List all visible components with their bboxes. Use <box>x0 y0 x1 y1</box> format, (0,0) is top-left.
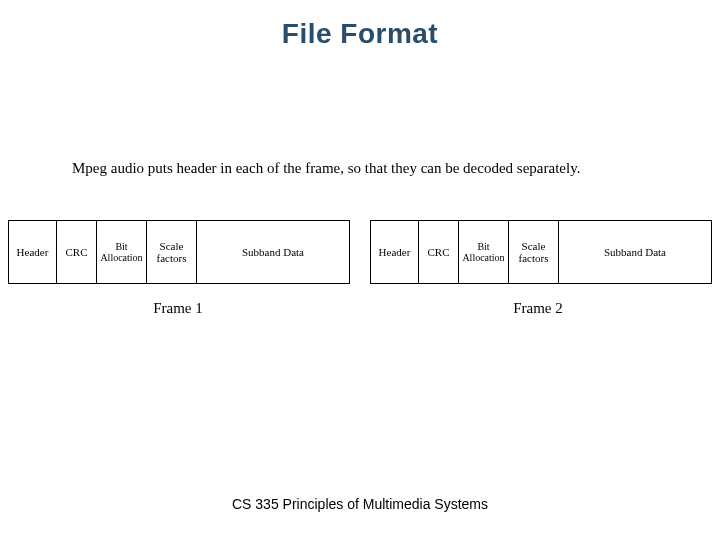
frame-1: Header CRC Bit Allocation Scale factors … <box>8 220 350 284</box>
slide: File Format Mpeg audio puts header in ea… <box>0 0 720 540</box>
frame1-header-cell: Header <box>9 221 57 283</box>
frame2-subband-data-cell: Subband Data <box>559 221 711 283</box>
footer-text: CS 335 Principles of Multimedia Systems <box>0 496 720 512</box>
frame-labels-row: Frame 1 Frame 2 <box>8 300 708 317</box>
frame-2: Header CRC Bit Allocation Scale factors … <box>370 220 712 284</box>
frames-row: Header CRC Bit Allocation Scale factors … <box>8 220 712 284</box>
frame2-bit-allocation-cell: Bit Allocation <box>459 221 509 283</box>
label-gap <box>348 300 368 317</box>
frame-1-label: Frame 1 <box>8 300 348 317</box>
frame-2-label: Frame 2 <box>368 300 708 317</box>
frame2-scale-factors-cell: Scale factors <box>509 221 559 283</box>
frame1-crc-cell: CRC <box>57 221 97 283</box>
description-text: Mpeg audio puts header in each of the fr… <box>72 160 580 177</box>
frame2-crc-cell: CRC <box>419 221 459 283</box>
frame1-bit-allocation-cell: Bit Allocation <box>97 221 147 283</box>
page-title: File Format <box>0 18 720 50</box>
frame1-subband-data-cell: Subband Data <box>197 221 349 283</box>
frame1-scale-factors-cell: Scale factors <box>147 221 197 283</box>
frame2-header-cell: Header <box>371 221 419 283</box>
